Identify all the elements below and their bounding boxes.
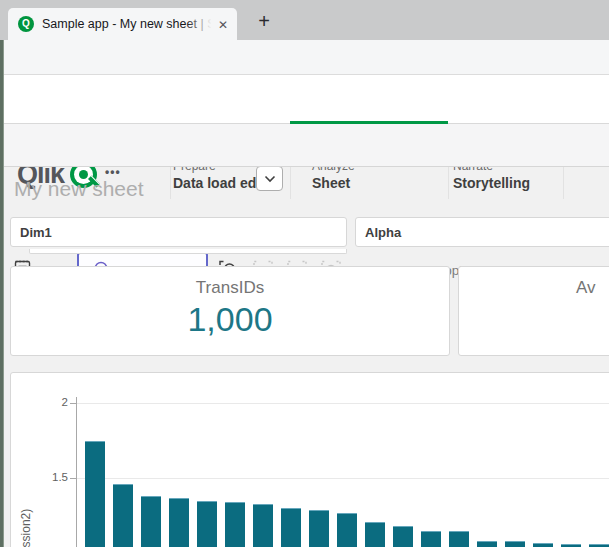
prepare-dropdown-button[interactable] bbox=[256, 166, 283, 191]
gridline-1-5 bbox=[77, 478, 609, 479]
tab-title-fade bbox=[186, 14, 216, 36]
nav-sheet-tab[interactable]: Sheet bbox=[312, 175, 350, 191]
y-tick bbox=[70, 478, 76, 479]
filter-label: Alpha bbox=[365, 225, 401, 240]
gridline-2 bbox=[77, 403, 609, 404]
browser-window: Q Sample app - My new sheet | Shee ✕ + ◁… bbox=[0, 0, 609, 547]
filter-pane-dim1[interactable]: Dim1 bbox=[10, 217, 347, 247]
window-edge-strip bbox=[0, 40, 4, 547]
kpi-value: 1,000 bbox=[11, 300, 449, 339]
browser-toolbar: ◁ ▷ https://test.us.qlikcloud.com/sense/… bbox=[0, 40, 609, 75]
filter-pane-alpha[interactable]: Alpha bbox=[355, 217, 609, 247]
kpi-transids[interactable]: TransIDs 1,000 bbox=[10, 266, 450, 356]
y-axis-line bbox=[76, 397, 77, 547]
chevron-down-icon bbox=[264, 175, 276, 183]
sheet-title: My new sheet bbox=[14, 177, 144, 201]
y-tick-label: 1.5 bbox=[44, 471, 68, 483]
selections-toolbar: Notes Insight Advisor No selections appl… bbox=[0, 124, 609, 167]
y-tick bbox=[70, 403, 76, 404]
qlik-favicon-icon: Q bbox=[18, 16, 34, 32]
browser-tab-bar: Q Sample app - My new sheet | Shee ✕ + bbox=[0, 0, 609, 40]
y-tick-label: 2 bbox=[44, 396, 68, 408]
kpi-title: TransIDs bbox=[11, 278, 449, 298]
browser-tab[interactable]: Q Sample app - My new sheet | Shee ✕ bbox=[8, 8, 237, 40]
kpi-avg[interactable]: Av bbox=[458, 266, 609, 356]
y-axis-title: Avg(Expression2) bbox=[19, 509, 33, 547]
new-tab-button[interactable]: + bbox=[252, 10, 276, 34]
tab-close-icon[interactable]: ✕ bbox=[214, 16, 232, 34]
qlik-header: Qlik ® ••• Prepare Data load ed... Analy… bbox=[0, 75, 609, 124]
nav-storytelling-tab[interactable]: Storytelling bbox=[453, 175, 530, 191]
nav-data-load-editor[interactable]: Data load ed... bbox=[173, 175, 268, 191]
bar-chart[interactable] bbox=[10, 372, 609, 547]
filter-label: Dim1 bbox=[20, 225, 52, 240]
kpi-title: Av bbox=[576, 278, 596, 298]
filter-stack-edge bbox=[29, 249, 347, 254]
